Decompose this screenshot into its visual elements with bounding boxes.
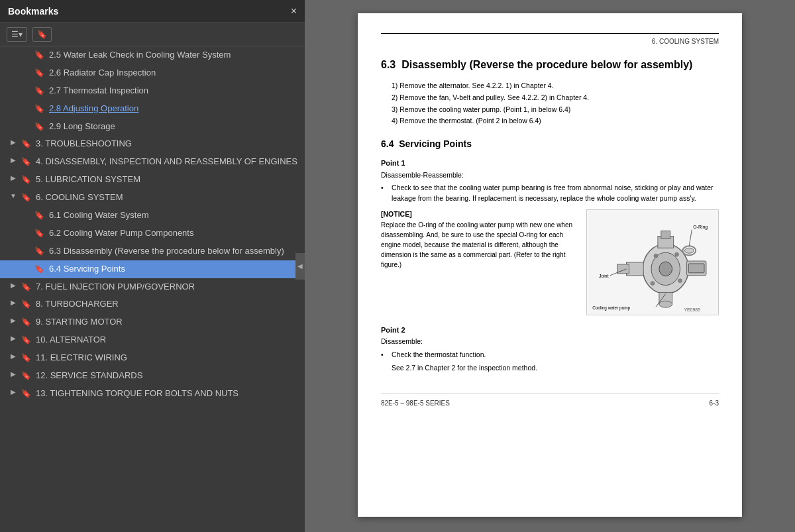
view-options-button[interactable]: ☰▾: [7, 27, 27, 42]
bookmark-text: 2.9 Long Storage: [49, 121, 298, 133]
list-item[interactable]: 🔖 2.9 Long Storage: [0, 118, 305, 136]
list-item[interactable]: ▶ 🔖 12. SERVICE STANDARDS: [0, 367, 305, 385]
footer-series: 82E-5 – 98E-5 SERIES: [381, 398, 450, 408]
list-item[interactable]: ▶ 🔖 5. LUBRICATION SYSTEM: [0, 171, 305, 189]
bookmark-text: 2.8 Adjusting Operation: [49, 103, 298, 115]
svg-point-3: [659, 262, 672, 276]
notice-label: [NOTICE]: [381, 209, 580, 220]
bookmark-text: 6.1 Cooling Water System: [49, 210, 298, 221]
list-item[interactable]: ▶ 🔖 11. ELECTRIC WIRING: [0, 349, 305, 367]
list-item[interactable]: 🔖 6.3 Disassembly (Reverse the procedure…: [0, 242, 305, 260]
page-footer: 82E-5 – 98E-5 SERIES 6-3: [381, 394, 719, 408]
svg-text:O-Ring: O-Ring: [693, 224, 708, 229]
bookmark-text: 12. SERVICE STANDARDS: [36, 370, 298, 382]
section-heading: Disassembly (Reverse the procedure below…: [401, 59, 692, 70]
list-item[interactable]: ▼ 🔖 6. COOLING SYSTEM: [0, 189, 305, 207]
point-2-ref: See 2.7 in Chapter 2 for the inspection …: [392, 363, 719, 374]
section-heading: Servicing Points: [399, 138, 472, 149]
expander: ▶: [8, 317, 19, 324]
bookmark-button[interactable]: 🔖: [32, 27, 52, 42]
bookmark-icon: 🔖: [34, 122, 45, 131]
svg-rect-11: [688, 264, 704, 273]
svg-point-17: [651, 281, 655, 285]
list-item[interactable]: ▶ 🔖 4. DISASSEMBLY, INSPECTION AND REASS…: [0, 153, 305, 171]
bookmark-icon: 🔖: [34, 50, 45, 60]
bookmark-icon: 🔖: [37, 30, 47, 39]
step-2: 2) Remove the fan, V-belt and pulley. Se…: [392, 93, 719, 103]
list-item[interactable]: ▶ 🔖 9. STARTING MOTOR: [0, 313, 305, 331]
expander: ▶: [8, 138, 19, 146]
bookmark-text: 4. DISASSEMBLY, INSPECTION AND REASSEMBL…: [36, 156, 298, 168]
bookmark-text: 11. ELECTRIC WIRING: [36, 352, 298, 364]
disassembly-steps: 1) Remove the alternator. See 4.2.2. 1) …: [392, 81, 719, 127]
list-item[interactable]: 🔖 2.6 Radiator Cap Inspection: [0, 64, 305, 82]
bookmark-icon: 🔖: [21, 389, 32, 398]
bookmark-icon: 🔖: [21, 299, 32, 309]
point-1-bullet: Check to see that the cooling water pump…: [381, 183, 719, 204]
sidebar-toolbar: ☰▾ 🔖: [0, 23, 305, 46]
bookmark-text: 6.4 Servicing Points: [49, 264, 298, 275]
expander: ▶: [8, 174, 19, 182]
page-header-text: 6. COOLING SYSTEM: [381, 36, 719, 46]
close-button[interactable]: ×: [291, 5, 297, 17]
point-1-sub: Disassemble-Reassemble:: [381, 170, 719, 181]
bookmark-icon: 🔖: [34, 211, 45, 220]
list-item[interactable]: ▶ 🔖 10. ALTERNATOR: [0, 331, 305, 349]
list-item[interactable]: 🔖 6.1 Cooling Water System: [0, 207, 305, 225]
bookmark-text: 7. FUEL INJECTION PUMP/GOVERNOR: [36, 282, 298, 293]
list-item[interactable]: 🔖 2.5 Water Leak Check in Cooling Water …: [0, 46, 305, 64]
bookmark-text: 6. COOLING SYSTEM: [36, 192, 298, 203]
bookmark-text: 2.6 Radiator Cap Inspection: [49, 68, 298, 79]
expander: ▶: [8, 370, 19, 378]
point-2-label: Point 2: [381, 325, 719, 336]
bookmark-text: 9. STARTING MOTOR: [36, 317, 298, 328]
document-page: 6. COOLING SYSTEM 6.3 Disassembly (Rever…: [358, 13, 742, 517]
sidebar-title: Bookmarks: [8, 6, 58, 17]
list-item[interactable]: 🔖 2.7 Thermostat Inspection: [0, 82, 305, 100]
notice-body: Replace the O-ring of the cooling water …: [381, 220, 580, 270]
point-1-label: Point 1: [381, 158, 719, 169]
bookmark-text: 3. TROUBLESHOOTING: [36, 138, 298, 150]
sidebar-header: Bookmarks ×: [0, 0, 305, 23]
list-item[interactable]: 🔖 6.4 Servicing Points: [0, 260, 305, 278]
expander: ▶: [8, 352, 19, 360]
footer-page: 6-3: [710, 398, 719, 408]
bookmark-text: 5. LUBRICATION SYSTEM: [36, 174, 298, 186]
bookmark-icon: 🔖: [21, 353, 32, 362]
list-item[interactable]: 🔖 6.2 Cooling Water Pump Components: [0, 225, 305, 242]
expander: ▶: [8, 282, 19, 289]
collapse-sidebar-button[interactable]: ◀: [295, 253, 305, 280]
list-item[interactable]: 🔖 2.8 Adjusting Operation: [0, 100, 305, 118]
sidebar: Bookmarks × ☰▾ 🔖 🔖 2.5 Water Leak Check …: [0, 0, 305, 532]
svg-text:YE0985: YE0985: [684, 307, 700, 312]
sidebar-content: 🔖 2.5 Water Leak Check in Cooling Water …: [0, 46, 305, 532]
point-2-sub: Disassemble:: [381, 337, 719, 347]
bookmark-icon: 🔖: [21, 193, 32, 202]
expander: ▶: [8, 388, 19, 396]
svg-point-13: [659, 301, 672, 307]
expander: ▶: [8, 299, 19, 306]
svg-point-14: [654, 254, 658, 258]
point-1-section: Point 1 Disassemble-Reassemble: Check to…: [381, 158, 719, 315]
expander: ▶: [8, 156, 19, 164]
bookmark-text: 6.3 Disassembly (Reverse the procedure b…: [49, 246, 298, 257]
bookmark-icon: 🔖: [34, 246, 45, 256]
expander: ▼: [8, 192, 19, 199]
bookmark-icon: 🔖: [21, 335, 32, 345]
bookmark-icon: 🔖: [21, 317, 32, 327]
svg-rect-5: [661, 231, 670, 239]
bookmark-text: 2.7 Thermostat Inspection: [49, 85, 298, 97]
list-item[interactable]: ▶ 🔖 3. TROUBLESHOOTING: [0, 135, 305, 153]
list-item[interactable]: ▶ 🔖 13. TIGHTENING TORQUE FOR BOLTS AND …: [0, 385, 305, 403]
list-item[interactable]: ▶ 🔖 7. FUEL INJECTION PUMP/GOVERNOR: [0, 278, 305, 296]
step-4: 4) Remove the thermostat. (Point 2 in be…: [392, 116, 719, 127]
svg-text:Cooling water pump: Cooling water pump: [592, 305, 630, 311]
list-item[interactable]: ▶ 🔖 8. TURBOCHARGER: [0, 295, 305, 313]
pump-diagram: O-Ring Joint Cooling water pump YE0985: [587, 210, 718, 315]
page-header-line: [381, 33, 719, 34]
section-6-4-title: 6.4 Servicing Points: [381, 137, 719, 151]
bookmark-icon: 🔖: [34, 68, 45, 78]
main-content: 6. COOLING SYSTEM 6.3 Disassembly (Rever…: [305, 0, 795, 532]
bookmark-text: 13. TIGHTENING TORQUE FOR BOLTS AND NUTS: [36, 388, 298, 399]
svg-text:Joint: Joint: [599, 273, 609, 278]
